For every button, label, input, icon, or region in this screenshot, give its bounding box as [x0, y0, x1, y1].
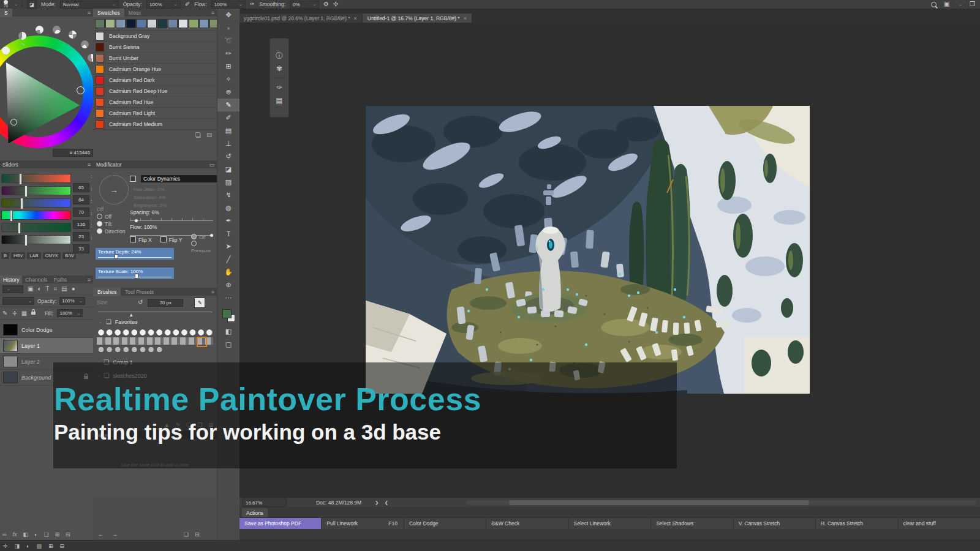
pressure-off-radio[interactable]: Off: [191, 234, 217, 241]
swatch-chip[interactable]: [116, 19, 126, 28]
delete-swatch-icon[interactable]: ⊟: [207, 132, 212, 138]
tab-mixer[interactable]: Mixer: [124, 9, 146, 17]
brush-tool[interactable]: ✎: [217, 99, 239, 111]
swatch-chip[interactable]: [168, 19, 178, 28]
mixer-brush-tool[interactable]: ✐: [217, 111, 239, 124]
swatch-chip[interactable]: [178, 19, 188, 28]
type-tool[interactable]: T: [217, 227, 239, 240]
value-slider[interactable]: [1, 235, 71, 244]
mode-cmyk-tab[interactable]: CMYK: [43, 252, 61, 259]
layer-filter-select[interactable]: ⌄: [2, 285, 23, 293]
brush-preset-chevron-icon[interactable]: ⌄: [14, 2, 18, 7]
info-icon[interactable]: ⓘ: [276, 52, 283, 59]
airbrush-icon[interactable]: ✑: [250, 1, 255, 7]
swatch-row[interactable]: Cadmium Red Medium: [93, 119, 217, 130]
direction-dial[interactable]: →: [99, 175, 129, 204]
brush-grid[interactable]: [97, 329, 213, 353]
path-select-tool[interactable]: ➤: [217, 240, 239, 253]
stepper-icon[interactable]: ∶: [91, 174, 92, 180]
panel-menu-icon[interactable]: ≡: [211, 289, 217, 295]
radio-tilt[interactable]: Tilt: [97, 220, 126, 228]
color-dynamics-checkbox[interactable]: [130, 176, 136, 182]
clone-source-tool[interactable]: ▤: [217, 124, 239, 137]
brush-stroke-icon[interactable]: ✎: [194, 298, 205, 308]
mode-bw-tab[interactable]: B/W: [62, 252, 76, 259]
swatch-chip[interactable]: [199, 19, 209, 28]
eyedropper-tool[interactable]: ✧: [217, 73, 239, 86]
saturation-jitter-row[interactable]: Saturation: 4%: [134, 193, 167, 201]
trash-icon[interactable]: ⊟: [195, 531, 200, 538]
smudge-tool[interactable]: ↯: [217, 189, 239, 201]
foreground-color-swatch[interactable]: [222, 309, 232, 318]
stamp-tool[interactable]: ⊥: [217, 137, 239, 150]
action-select-linework[interactable]: Select Linework: [569, 518, 651, 529]
size-slider[interactable]: ▲: [98, 309, 212, 317]
red-slider[interactable]: [1, 174, 71, 183]
swatch-chip[interactable]: [105, 19, 115, 28]
filter-type-icon[interactable]: T: [46, 286, 50, 292]
green-slider[interactable]: [1, 186, 71, 195]
texture-scale-slider[interactable]: Texture Scale: 100%: [96, 268, 174, 279]
new-item-icon[interactable]: ❏: [184, 531, 189, 538]
action-clear-and-stuff[interactable]: clear and stuff: [899, 518, 980, 529]
layers-dock-icon[interactable]: ▤: [276, 97, 282, 104]
action-v-canvas-stretch[interactable]: V. Canvas Stretch: [734, 518, 816, 529]
pen-mini-icon[interactable]: ✛: [3, 543, 8, 549]
add-mask-icon[interactable]: ◧: [23, 531, 28, 538]
hand-tool[interactable]: ✋: [217, 266, 239, 279]
selected-brush-cell[interactable]: [197, 337, 207, 347]
status-prev-icon[interactable]: ❮: [385, 500, 388, 505]
eraser-tool[interactable]: ◪: [217, 163, 239, 176]
new-mini-icon[interactable]: ⊞: [48, 543, 53, 549]
adjust-mini-icon[interactable]: ◐: [26, 543, 29, 549]
filter-adjustment-icon[interactable]: ◐: [37, 286, 41, 292]
swatch-chip[interactable]: [126, 19, 136, 28]
move-tool[interactable]: ✥: [217, 9, 239, 21]
delete-layer-icon[interactable]: ⊟: [66, 531, 70, 538]
quick-mask-icon[interactable]: ◧: [217, 325, 239, 338]
layer-fill-select[interactable]: 100%⌄: [57, 309, 83, 317]
stepper-icon[interactable]: ∶: [91, 211, 92, 217]
quick-selection-tool[interactable]: ✏: [217, 47, 239, 60]
flip-y-checkbox[interactable]: Flip Y: [160, 236, 183, 243]
share-icon[interactable]: ❒: [970, 1, 975, 7]
spacing-slider[interactable]: [130, 216, 213, 221]
panel-menu-icon[interactable]: ≡: [211, 10, 217, 16]
tab-tool-presets[interactable]: Tool Presets: [121, 288, 158, 296]
swatch-chip[interactable]: [137, 19, 146, 28]
stepper-icon[interactable]: ∶: [91, 199, 92, 204]
radio-off[interactable]: Off: [97, 213, 126, 220]
action-pull-linework[interactable]: Pull LineworkF10: [322, 518, 404, 529]
swatch-row[interactable]: Burnt Sienna: [93, 42, 217, 53]
lock-image-icon[interactable]: ▦: [21, 310, 27, 317]
zoom-tool[interactable]: ⊕: [217, 279, 239, 291]
stepper-icon[interactable]: ∶: [91, 236, 92, 241]
mode-hsv-tab[interactable]: HSV: [11, 252, 25, 259]
line-tool[interactable]: ╱: [217, 253, 239, 266]
marquee-tool[interactable]: ▫: [217, 21, 239, 34]
mask-mini-icon[interactable]: ◨: [15, 543, 20, 549]
adjustment-layer-icon[interactable]: ◐: [34, 531, 37, 538]
harmony-toggle-icon[interactable]: [18, 32, 26, 40]
smoothing-gear-icon[interactable]: ⚙: [323, 1, 329, 7]
crop-tool[interactable]: ⊞: [217, 60, 239, 73]
lock-transparent-icon[interactable]: ✎: [2, 310, 7, 317]
pressure-radio[interactable]: Pressure: [191, 241, 217, 254]
filter-toggle-icon[interactable]: ●: [72, 286, 75, 292]
color-picker-tab[interactable]: S: [0, 9, 12, 17]
action-h-canvas-stretch[interactable]: H. Canvas Stretch: [816, 518, 898, 529]
flip-x-checkbox[interactable]: Flip X: [130, 236, 152, 243]
layer-row-layer-1[interactable]: Layer 1: [0, 338, 93, 354]
harmony-toggle-icon[interactable]: [81, 40, 89, 48]
hue-jitter-row[interactable]: Hue Jitter: 0%: [134, 186, 167, 193]
pen-tool[interactable]: ✒: [217, 214, 239, 227]
filter-pixel-icon[interactable]: ▣: [28, 286, 33, 292]
next-arrow-icon[interactable]: →: [112, 531, 118, 538]
filter-smart-icon[interactable]: ▤: [61, 286, 67, 292]
reset-size-icon[interactable]: ↺: [138, 299, 143, 305]
layer-opacity-select[interactable]: 100%⌄: [59, 297, 85, 305]
hue-selector[interactable]: [77, 86, 85, 94]
mode-select[interactable]: Normal⌄: [60, 1, 119, 9]
filter-shape-icon[interactable]: ⌗: [54, 286, 58, 292]
texture-depth-slider[interactable]: Texture Depth: 24%: [96, 248, 174, 260]
